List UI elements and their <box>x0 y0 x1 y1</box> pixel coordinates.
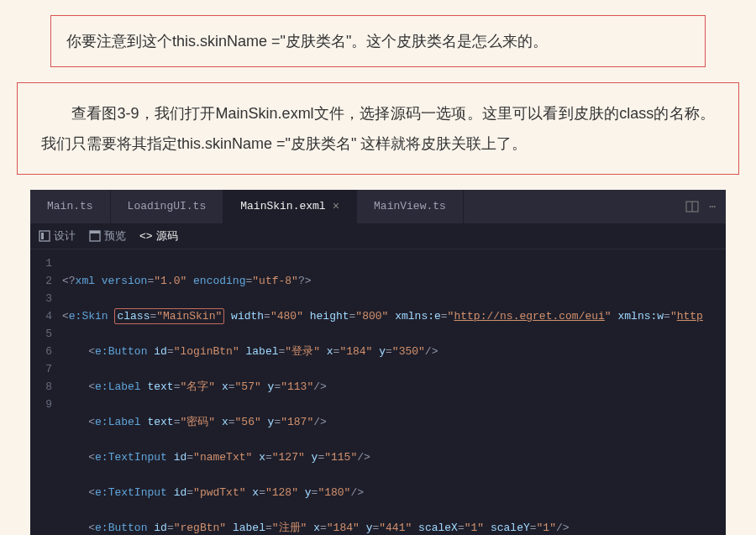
code-content[interactable]: <?xml version="1.0" encoding="utf-8"?> <… <box>62 254 703 535</box>
tab-mainskin-exml[interactable]: MainSkin.exml × <box>223 190 357 223</box>
tab-label: MainView.ts <box>374 190 446 223</box>
code-line-6: <e:TextInput id="nameTxt" x="127" y="115… <box>62 448 703 466</box>
line-number: 9 <box>30 396 52 413</box>
line-number: 6 <box>30 343 52 360</box>
note-box: 你要注意到这个this.skinName ="皮肤类名"。这个皮肤类名是怎么来的… <box>50 15 706 67</box>
namespace-link-eui[interactable]: http://ns.egret.com/eui <box>454 310 604 323</box>
view-design-label: 设计 <box>54 228 76 244</box>
tabbar-actions: ⋯ <box>685 200 726 213</box>
namespace-link-w[interactable]: http <box>677 310 703 323</box>
code-line-1: <?xml version="1.0" encoding="utf-8"?> <box>62 272 703 290</box>
line-number: 2 <box>30 272 52 290</box>
code-line-3: <e:Button id="loginBtn" label="登录" x="18… <box>62 343 703 360</box>
tab-bar: Main.ts LoadingUI.ts MainSkin.exml × Mai… <box>30 190 726 223</box>
svg-rect-5 <box>90 231 100 233</box>
note-text: 你要注意到这个this.skinName ="皮肤类名"。这个皮肤类名是怎么来的… <box>66 33 548 50</box>
paragraph-box: 查看图3-9，我们打开MainSkin.exml文件，选择源码一选项。这里可以看… <box>17 82 739 175</box>
view-source-label: 源码 <box>156 228 178 244</box>
line-number: 3 <box>30 290 52 307</box>
svg-rect-2 <box>39 231 50 241</box>
split-editor-icon[interactable] <box>685 200 699 213</box>
code-line-2: <e:Skin class="MainSkin" width="480" hei… <box>62 307 703 325</box>
tab-label: Main.ts <box>47 190 93 223</box>
line-number: 1 <box>30 254 52 272</box>
view-source[interactable]: <> 源码 <box>139 228 178 244</box>
code-line-5: <e:Label text="密码" x="56" y="187"/> <box>62 413 703 431</box>
tab-loadingui-ts[interactable]: LoadingUI.ts <box>111 190 224 223</box>
code-line-8: <e:Button id="regBtn" label="注册" x="184"… <box>62 519 703 535</box>
tab-main-ts[interactable]: Main.ts <box>30 190 111 223</box>
editor-window: Main.ts LoadingUI.ts MainSkin.exml × Mai… <box>30 190 726 535</box>
line-number: 7 <box>30 360 52 378</box>
line-number: 8 <box>30 378 52 396</box>
view-preview[interactable]: 预览 <box>89 228 126 244</box>
design-icon <box>39 230 50 242</box>
line-gutter: 1 2 3 4 5 6 7 8 9 <box>30 254 62 535</box>
code-area[interactable]: 1 2 3 4 5 6 7 8 9 <?xml version="1.0" en… <box>30 249 726 535</box>
paragraph-text: 查看图3-9，我们打开MainSkin.exml文件，选择源码一选项。这里可以看… <box>41 105 715 152</box>
more-icon[interactable]: ⋯ <box>709 200 716 213</box>
code-line-4: <e:Label text="名字" x="57" y="113"/> <box>62 378 703 396</box>
highlight-class-attr: class="MainSkin" <box>114 308 224 324</box>
preview-icon <box>89 230 101 242</box>
svg-rect-3 <box>41 233 44 239</box>
line-number: 4 <box>30 307 52 325</box>
tab-label: MainSkin.exml <box>240 190 325 223</box>
code-icon: <> <box>139 230 153 243</box>
close-icon[interactable]: × <box>333 190 339 223</box>
view-preview-label: 预览 <box>104 228 126 244</box>
line-number: 5 <box>30 325 52 343</box>
code-line-7: <e:TextInput id="pwdTxt" x="128" y="180"… <box>62 484 703 501</box>
tab-label: LoadingUI.ts <box>128 190 207 223</box>
view-mode-bar: 设计 预览 <> 源码 <box>30 223 726 249</box>
view-design[interactable]: 设计 <box>39 228 76 244</box>
tab-mainview-ts[interactable]: MainView.ts <box>357 190 464 223</box>
